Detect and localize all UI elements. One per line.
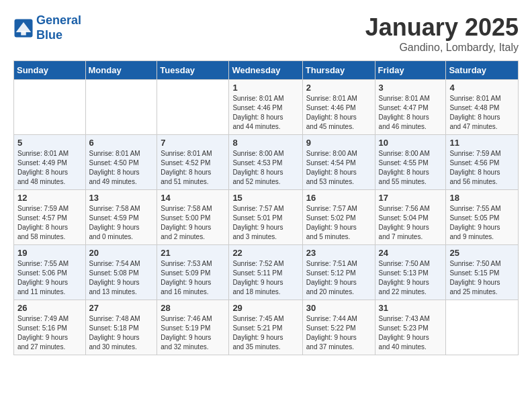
day-info: Sunrise: 7:50 AM Sunset: 5:13 PM Dayligh… (379, 259, 443, 297)
weekday-header-sunday: Sunday (14, 61, 86, 80)
day-number: 26 (17, 303, 82, 313)
calendar-cell: 28Sunrise: 7:46 AM Sunset: 5:19 PM Dayli… (157, 300, 229, 355)
day-info: Sunrise: 7:51 AM Sunset: 5:12 PM Dayligh… (306, 259, 371, 297)
calendar-cell (85, 80, 157, 135)
day-info: Sunrise: 7:55 AM Sunset: 5:05 PM Dayligh… (449, 204, 515, 242)
day-number: 15 (232, 193, 298, 203)
day-info: Sunrise: 8:00 AM Sunset: 4:55 PM Dayligh… (379, 149, 443, 187)
calendar-cell: 24Sunrise: 7:50 AM Sunset: 5:13 PM Dayli… (375, 245, 446, 300)
day-info: Sunrise: 7:57 AM Sunset: 5:01 PM Dayligh… (232, 204, 298, 242)
calendar-cell: 12Sunrise: 7:59 AM Sunset: 4:57 PM Dayli… (14, 190, 86, 245)
day-number: 31 (379, 303, 443, 313)
day-info: Sunrise: 7:44 AM Sunset: 5:22 PM Dayligh… (306, 314, 371, 352)
day-number: 16 (306, 193, 371, 203)
svg-rect-2 (21, 31, 26, 35)
day-number: 21 (161, 248, 225, 258)
calendar-cell: 29Sunrise: 7:45 AM Sunset: 5:21 PM Dayli… (229, 300, 302, 355)
day-info: Sunrise: 7:48 AM Sunset: 5:18 PM Dayligh… (89, 314, 154, 352)
day-number: 20 (89, 248, 154, 258)
day-number: 29 (232, 303, 298, 313)
day-info: Sunrise: 7:55 AM Sunset: 5:06 PM Dayligh… (17, 259, 82, 297)
day-number: 8 (232, 138, 298, 148)
logo-icon (13, 18, 34, 38)
day-number: 10 (379, 138, 443, 148)
day-number: 19 (17, 248, 82, 258)
day-info: Sunrise: 8:00 AM Sunset: 4:53 PM Dayligh… (232, 149, 298, 187)
day-info: Sunrise: 7:58 AM Sunset: 4:59 PM Dayligh… (89, 204, 154, 242)
day-number: 13 (89, 193, 154, 203)
calendar-cell: 10Sunrise: 8:00 AM Sunset: 4:55 PM Dayli… (375, 135, 446, 190)
day-info: Sunrise: 7:57 AM Sunset: 5:02 PM Dayligh… (306, 204, 371, 242)
day-info: Sunrise: 7:49 AM Sunset: 5:16 PM Dayligh… (17, 314, 82, 352)
day-number: 25 (449, 248, 515, 258)
calendar-cell: 9Sunrise: 8:00 AM Sunset: 4:54 PM Daylig… (302, 135, 375, 190)
calendar-cell: 3Sunrise: 8:01 AM Sunset: 4:47 PM Daylig… (375, 80, 446, 135)
day-info: Sunrise: 7:45 AM Sunset: 5:21 PM Dayligh… (232, 314, 298, 352)
day-info: Sunrise: 8:01 AM Sunset: 4:50 PM Dayligh… (89, 149, 154, 187)
calendar-cell: 1Sunrise: 8:01 AM Sunset: 4:46 PM Daylig… (229, 80, 302, 135)
calendar-cell: 6Sunrise: 8:01 AM Sunset: 4:50 PM Daylig… (85, 135, 157, 190)
calendar-table: SundayMondayTuesdayWednesdayThursdayFrid… (13, 60, 519, 355)
calendar-cell: 20Sunrise: 7:54 AM Sunset: 5:08 PM Dayli… (85, 245, 157, 300)
day-info: Sunrise: 7:56 AM Sunset: 5:04 PM Dayligh… (379, 204, 443, 242)
weekday-header-tuesday: Tuesday (157, 61, 229, 80)
day-number: 2 (306, 83, 371, 93)
calendar-cell: 30Sunrise: 7:44 AM Sunset: 5:22 PM Dayli… (302, 300, 375, 355)
calendar-cell: 27Sunrise: 7:48 AM Sunset: 5:18 PM Dayli… (85, 300, 157, 355)
calendar-cell (446, 300, 519, 355)
day-number: 5 (17, 138, 82, 148)
calendar-cell (157, 80, 229, 135)
weekday-header-row: SundayMondayTuesdayWednesdayThursdayFrid… (14, 61, 519, 80)
day-info: Sunrise: 7:54 AM Sunset: 5:08 PM Dayligh… (89, 259, 154, 297)
week-row-5: 26Sunrise: 7:49 AM Sunset: 5:16 PM Dayli… (14, 300, 519, 355)
day-number: 3 (379, 83, 443, 93)
day-number: 27 (89, 303, 154, 313)
calendar-cell: 23Sunrise: 7:51 AM Sunset: 5:12 PM Dayli… (302, 245, 375, 300)
day-number: 9 (306, 138, 371, 148)
day-number: 18 (449, 193, 515, 203)
calendar-cell: 31Sunrise: 7:43 AM Sunset: 5:23 PM Dayli… (375, 300, 446, 355)
logo-line1: General (36, 13, 81, 27)
day-number: 14 (161, 193, 225, 203)
day-info: Sunrise: 8:01 AM Sunset: 4:46 PM Dayligh… (306, 94, 371, 132)
logo: General Blue (13, 13, 81, 42)
month-title: January 2025 (365, 13, 519, 42)
logo-line2: Blue (36, 28, 62, 42)
day-info: Sunrise: 7:52 AM Sunset: 5:11 PM Dayligh… (232, 259, 298, 297)
calendar-cell: 16Sunrise: 7:57 AM Sunset: 5:02 PM Dayli… (302, 190, 375, 245)
day-number: 6 (89, 138, 154, 148)
day-info: Sunrise: 7:46 AM Sunset: 5:19 PM Dayligh… (161, 314, 225, 352)
day-number: 17 (379, 193, 443, 203)
calendar-cell: 22Sunrise: 7:52 AM Sunset: 5:11 PM Dayli… (229, 245, 302, 300)
calendar-header: SundayMondayTuesdayWednesdayThursdayFrid… (14, 61, 519, 80)
logo-text: General Blue (36, 13, 81, 42)
day-info: Sunrise: 7:59 AM Sunset: 4:57 PM Dayligh… (17, 204, 82, 242)
weekday-header-thursday: Thursday (302, 61, 375, 80)
day-number: 4 (449, 83, 515, 93)
day-info: Sunrise: 7:53 AM Sunset: 5:09 PM Dayligh… (161, 259, 225, 297)
day-info: Sunrise: 7:59 AM Sunset: 4:56 PM Dayligh… (449, 149, 515, 187)
calendar-cell: 19Sunrise: 7:55 AM Sunset: 5:06 PM Dayli… (14, 245, 86, 300)
calendar-cell: 5Sunrise: 8:01 AM Sunset: 4:49 PM Daylig… (14, 135, 86, 190)
day-number: 22 (232, 248, 298, 258)
calendar-cell: 11Sunrise: 7:59 AM Sunset: 4:56 PM Dayli… (446, 135, 519, 190)
day-number: 28 (161, 303, 225, 313)
calendar-cell: 17Sunrise: 7:56 AM Sunset: 5:04 PM Dayli… (375, 190, 446, 245)
day-info: Sunrise: 8:01 AM Sunset: 4:48 PM Dayligh… (449, 94, 515, 132)
calendar-cell: 4Sunrise: 8:01 AM Sunset: 4:48 PM Daylig… (446, 80, 519, 135)
calendar-cell: 25Sunrise: 7:50 AM Sunset: 5:15 PM Dayli… (446, 245, 519, 300)
calendar-cell: 15Sunrise: 7:57 AM Sunset: 5:01 PM Dayli… (229, 190, 302, 245)
calendar-cell: 7Sunrise: 8:01 AM Sunset: 4:52 PM Daylig… (157, 135, 229, 190)
day-number: 1 (232, 83, 298, 93)
calendar-cell: 2Sunrise: 8:01 AM Sunset: 4:46 PM Daylig… (302, 80, 375, 135)
day-info: Sunrise: 8:01 AM Sunset: 4:46 PM Dayligh… (232, 94, 298, 132)
day-info: Sunrise: 8:01 AM Sunset: 4:47 PM Dayligh… (379, 94, 443, 132)
day-number: 30 (306, 303, 371, 313)
calendar-cell (14, 80, 86, 135)
day-info: Sunrise: 7:50 AM Sunset: 5:15 PM Dayligh… (449, 259, 515, 297)
calendar-cell: 18Sunrise: 7:55 AM Sunset: 5:05 PM Dayli… (446, 190, 519, 245)
weekday-header-friday: Friday (375, 61, 446, 80)
day-number: 23 (306, 248, 371, 258)
week-row-2: 5Sunrise: 8:01 AM Sunset: 4:49 PM Daylig… (14, 135, 519, 190)
weekday-header-monday: Monday (85, 61, 157, 80)
